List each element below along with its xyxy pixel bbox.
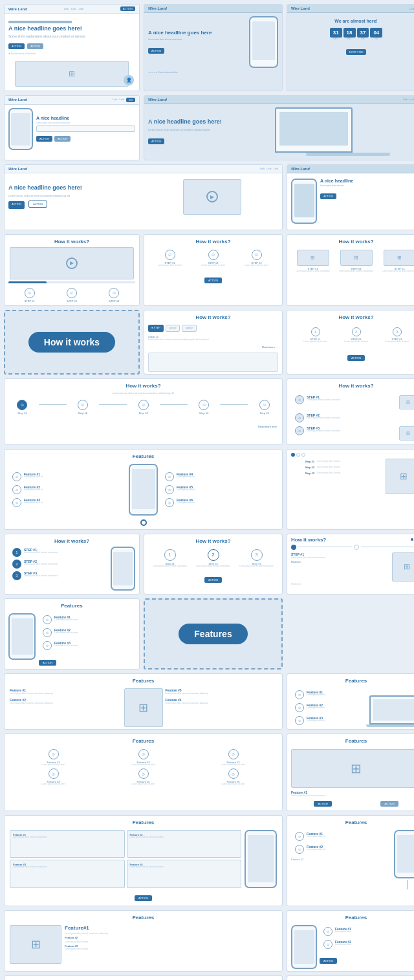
feat-lap-1: ⊙ Feature #1 Lorem ipsum dolor sit: [291, 688, 363, 701]
hero-btn-4b[interactable]: ACTION: [54, 136, 71, 142]
avatar-1: 👤: [124, 75, 134, 85]
tab-2[interactable]: STEP: [166, 325, 180, 332]
vert-step-1: ⊙ STEP #1 Lorem ipsum dolor sit amet con…: [291, 393, 414, 411]
how-t-readmore[interactable]: Read more →: [144, 343, 282, 351]
hero-title-5: A nice headline goes here!: [148, 118, 270, 126]
step-desc-n1: Lorem ipsum dolor sit amet: [295, 341, 336, 343]
feat-text-l1: Feature #1 Lorem ipsum dolor sit: [24, 472, 122, 479]
feat-text-r1: Feature #4 Lorem ipsum dolor sit: [177, 472, 274, 479]
play-btn-6[interactable]: ▶: [206, 191, 218, 202]
step-v3: ⊙ STEP #3: [93, 288, 135, 303]
step-n3: 3 STEP #3 Lorem ipsum dolor sit amet: [376, 327, 414, 343]
logo-3: Wire Land: [291, 6, 310, 10]
how-4-step-link[interactable]: Read more: [291, 561, 389, 563]
how-simple-num-card: How it works? 1 Step #1 Lorem ipsum dolo…: [144, 534, 283, 594]
how-sn-btn[interactable]: ACTION: [204, 577, 222, 583]
features-grid-card: Features Feature #1 Lorem ipsum dolor si…: [4, 673, 283, 730]
step-sn-desc-1: Lorem ipsum dolor sit amet consectetur: [148, 565, 191, 568]
connector-3: [160, 404, 188, 405]
laptop-base-5: [306, 153, 390, 156]
feat-text-l2: Feature #2 Lorem ipsum dolor sit: [24, 485, 122, 492]
feat-bp-btn[interactable]: ACTION: [39, 660, 56, 666]
img-icon-c3: ⊞: [397, 255, 402, 261]
hero-btn-7[interactable]: ACTION: [320, 193, 336, 199]
vert-icon-3: ⊙: [295, 426, 304, 435]
step-sn-num-1: 1: [164, 549, 176, 561]
feat-bp-3: ⊙ Feature #3 Lorem ipsum dolor sit amet: [39, 639, 135, 652]
tab-1[interactable]: ● STEP: [148, 325, 164, 332]
feat-grid-icon: ⊞: [138, 701, 148, 715]
feat-lc-btn1[interactable]: ACTION: [314, 801, 331, 807]
how-4-readmore[interactable]: Read more: [291, 583, 414, 585]
step-sn-num-2: 2: [208, 549, 219, 561]
how-title-ir: How it works?: [5, 534, 139, 547]
feat-po-btn[interactable]: ACTION: [320, 958, 337, 964]
step-n1: 1 STEP #1 Lorem ipsum dolor sit amet: [295, 327, 336, 343]
video-placeholder-6[interactable]: ▶: [183, 179, 241, 215]
how-5steps-card: How it works? Lorem ipsum dolor sit amet…: [4, 378, 283, 445]
countdown-cta[interactable]: NOTIFY ME: [346, 49, 367, 55]
feat-ic-icon-1: ⊙: [49, 749, 59, 759]
logo-5: Wire Land: [148, 98, 167, 102]
feat-pc-card-desc-1: Lorem ipsum dolor sit amet consectetur: [13, 836, 122, 839]
step-n2: 2 STEP #2 Lorem ipsum dolor sit amet: [336, 327, 376, 343]
hero-btn-2[interactable]: ACTION: [27, 43, 43, 49]
feat-ic-4: ⊙ Feature #4 Lorem ipsum dolor sit amet: [10, 768, 97, 786]
feat-lc-btn2[interactable]: ACTION: [380, 801, 398, 807]
hero-btn-4a[interactable]: ACTION: [36, 136, 52, 142]
vert-desc-1: Lorem ipsum dolor sit amet consectetur: [307, 399, 397, 402]
hero-btn-6b[interactable]: ACTION: [28, 201, 47, 208]
features-phone-left-card: Features ⊙ Feature #1 Lorem ipsum dolor …: [287, 975, 414, 980]
how-video[interactable]: ▶: [10, 247, 134, 279]
step-desc-c3: Lorem ipsum dolor sit amet consectetur: [378, 270, 414, 273]
features-phone-card: Features ⊙ Feature #1 Lorem ipsum dolor …: [4, 449, 283, 530]
features-highlight-label: Features: [179, 624, 247, 644]
tab-3[interactable]: STEP: [182, 325, 196, 332]
step-c1: ⊞ STEP #1 Lorem ipsum dolor sit amet con…: [291, 250, 334, 273]
step-num-n3: 3: [393, 327, 402, 336]
feat-ic-desc-6: Lorem ipsum dolor sit amet: [190, 783, 277, 786]
hero-btn-5[interactable]: ACTION: [148, 138, 164, 144]
feat-icon-l1: ⊙: [12, 472, 21, 481]
how-play-btn[interactable]: ▶: [66, 257, 78, 269]
how-steps-v: ⊙ STEP #1 ⊙ STEP #2 ⊙ STEP #3: [5, 285, 139, 305]
feat-ic2-row: ⊞ Feature#1 Lorem ipsum dolor sit amet c…: [10, 925, 277, 964]
hero-input-4[interactable]: [36, 125, 135, 132]
feat-pc-btn[interactable]: ACTION: [135, 895, 152, 901]
how-s-btn[interactable]: ACTION: [204, 278, 222, 283]
step-desc-n3: Lorem ipsum dolor sit amet: [376, 341, 414, 343]
step-5-label-4: Step #4: [190, 411, 218, 415]
how-4-steps-row: [291, 545, 414, 550]
main-grid: Wire Land Link Link Link ACTION A nice h…: [0, 0, 414, 980]
logo-6: Wire Land: [8, 167, 27, 171]
feat-sc-icon-1: ⊙: [295, 832, 304, 841]
feat-l-3: ⊙ Feature #3 Lorem ipsum dolor sit: [8, 496, 125, 509]
hero-btn-1[interactable]: ACTION: [8, 43, 25, 49]
feat-bp-list: ⊙ Feature #1 Lorem ipsum dolor sit amet …: [39, 613, 135, 667]
how-n-btn[interactable]: ACTION: [347, 355, 365, 361]
features-phone-1: [129, 464, 158, 516]
feat-ic-desc-5: Lorem ipsum dolor sit amet: [100, 783, 187, 786]
feat-lap-text-2: Feature #2 Lorem ipsum dolor sit: [307, 703, 359, 710]
countdown-minutes: 37: [357, 28, 369, 38]
ir-num-3: 3: [12, 571, 21, 580]
scr-step-desc-3: Lorem ipsum dolor sit amet: [317, 472, 340, 474]
how-scr-steps: Step #1 Lorem ipsum dolor sit amet Step …: [291, 459, 383, 494]
nav-h6-3: Link: [274, 167, 278, 170]
nav-h4-btn[interactable]: GO: [126, 98, 135, 102]
link-text-1[interactable]: ●: [8, 52, 10, 55]
features-title-pl: Features: [287, 976, 414, 980]
ir-desc-1: Lorem ipsum dolor sit amet consectetur: [24, 552, 104, 554]
phone-mockup-4: [8, 108, 33, 150]
hero-cta-2[interactable]: ACTION: [148, 48, 164, 54]
feat-pc-card-desc-4: Lorem ipsum dolor sit amet consectetur: [130, 866, 239, 869]
hero-btn-6a[interactable]: ACTION: [8, 201, 25, 209]
step-icon-v3: ⊙: [109, 288, 119, 298]
features-laptop-layout: ⊙ Feature #1 Lorem ipsum dolor sit ⊙ Fea…: [287, 686, 414, 729]
step-sn1: 1 Step #1 Lorem ipsum dolor sit amet con…: [148, 549, 191, 568]
feat-sc-phone-screen: [397, 835, 415, 873]
nav-cta[interactable]: ACTION: [120, 6, 135, 11]
phone-screen-2: [252, 21, 275, 60]
how-5-link[interactable]: Read more here: [258, 425, 277, 428]
step-5-2: ⊙ Step #2: [69, 400, 97, 415]
